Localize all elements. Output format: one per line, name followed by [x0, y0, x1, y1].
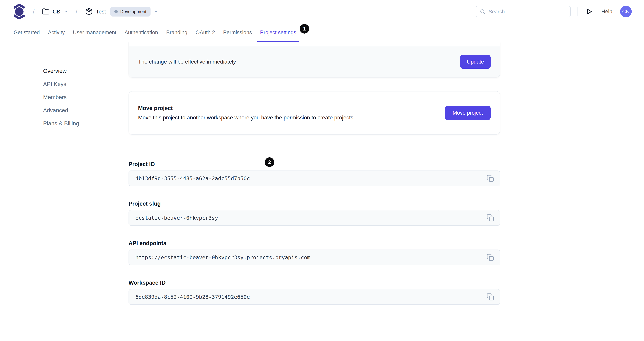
project-slug-section: Project slug ecstatic-beaver-0hkvpcr3sy	[128, 201, 500, 226]
help-button[interactable]: Help	[602, 8, 612, 15]
ory-logo-icon	[13, 4, 25, 19]
tab-branding[interactable]: Branding	[166, 23, 187, 42]
tab-oauth2[interactable]: OAuth 2	[196, 23, 215, 42]
project-id-section: Project ID 4b13df9d-3555-4485-a62a-2adc5…	[128, 161, 500, 186]
workspace-id-field: 6de839da-8c52-4109-9b28-3791492e650e	[128, 289, 500, 305]
workspace-id-section: Workspace ID 6de839da-8c52-4109-9b28-379…	[128, 280, 500, 305]
copy-project-id-button[interactable]	[486, 175, 494, 182]
project-slug-value: ecstatic-beaver-0hkvpcr3sy	[135, 215, 218, 221]
project-id-label: Project ID	[128, 161, 500, 167]
annotation-badge-2: 2	[265, 157, 274, 167]
search-box[interactable]	[476, 6, 571, 17]
chevron-down-icon	[64, 9, 68, 14]
tab-get-started[interactable]: Get started	[14, 23, 40, 42]
breadcrumb: / CB /	[13, 4, 158, 19]
project-slug-field: ecstatic-beaver-0hkvpcr3sy	[128, 210, 500, 226]
home-logo-button[interactable]	[13, 4, 25, 19]
project-tabs: Get started Activity User management Aut…	[0, 23, 644, 42]
copy-icon	[486, 214, 494, 222]
copy-icon	[486, 254, 494, 261]
api-endpoints-label: API endpoints	[128, 240, 500, 246]
project-id-value: 4b13df9d-3555-4485-a62a-2adc55d7b50c	[135, 175, 250, 181]
run-button[interactable]	[585, 8, 592, 15]
play-icon	[585, 8, 592, 15]
copy-workspace-id-button[interactable]	[486, 293, 494, 301]
annotation-badge-1: 1	[300, 24, 309, 33]
api-endpoints-value: https://ecstatic-beaver-0hkvpcr3sy.proje…	[135, 254, 310, 260]
tab-user-management[interactable]: User management	[73, 23, 116, 42]
move-project-button[interactable]: Move project	[445, 106, 490, 120]
sidebar-item-advanced[interactable]: Advanced	[43, 107, 79, 113]
update-card-body	[129, 42, 500, 46]
api-endpoints-section: API endpoints https://ecstatic-beaver-0h…	[128, 240, 500, 265]
folder-icon	[42, 8, 50, 15]
chevron-down-icon	[154, 9, 158, 14]
tab-authentication[interactable]: Authentication	[124, 23, 158, 42]
move-project-text: Move project Move this project to anothe…	[138, 105, 355, 121]
api-endpoints-field: https://ecstatic-beaver-0hkvpcr3sy.proje…	[128, 250, 500, 265]
update-card-footer: The change will be effective immediately…	[129, 46, 500, 77]
tab-activity[interactable]: Activity	[48, 23, 64, 42]
search-input[interactable]	[488, 8, 566, 15]
workspace-switcher[interactable]: CB	[42, 8, 68, 15]
update-card: The change will be effective immediately…	[128, 42, 500, 77]
tab-permissions[interactable]: Permissions	[223, 23, 252, 42]
project-switcher[interactable]: Test Development	[85, 7, 158, 16]
settings-sidebar: Overview API Keys Members Advanced Plans…	[43, 68, 79, 126]
project-name: Test	[96, 8, 106, 15]
copy-icon	[486, 175, 494, 182]
project-identifiers: Project ID 4b13df9d-3555-4485-a62a-2adc5…	[128, 161, 500, 305]
update-button[interactable]: Update	[460, 55, 490, 69]
settings-content: The change will be effective immediately…	[128, 42, 500, 319]
copy-api-endpoints-button[interactable]	[486, 254, 494, 261]
breadcrumb-separator: /	[33, 8, 34, 15]
sidebar-item-members[interactable]: Members	[43, 94, 79, 100]
header-divider	[578, 7, 578, 16]
move-project-card: Move project Move this project to anothe…	[128, 91, 500, 135]
workspace-id-label: Workspace ID	[128, 280, 500, 286]
copy-icon	[486, 293, 494, 301]
copy-project-slug-button[interactable]	[486, 214, 494, 222]
ory-console-app: / CB /	[0, 0, 644, 341]
environment-label: Development	[120, 9, 146, 14]
sidebar-item-api-keys[interactable]: API Keys	[43, 81, 79, 87]
header-actions: Help CN	[476, 6, 632, 17]
move-project-description: Move this project to another workspace w…	[138, 114, 355, 121]
project-id-field: 4b13df9d-3555-4485-a62a-2adc55d7b50c	[128, 170, 500, 186]
avatar[interactable]: CN	[620, 6, 632, 17]
package-icon	[85, 8, 93, 15]
update-message: The change will be effective immediately	[138, 59, 236, 65]
sidebar-item-plans-billing[interactable]: Plans & Billing	[43, 121, 79, 126]
tab-project-settings[interactable]: Project settings	[260, 23, 296, 42]
project-slug-label: Project slug	[128, 201, 500, 207]
status-dot	[114, 10, 118, 13]
workspace-id-value: 6de839da-8c52-4109-9b28-3791492e650e	[135, 294, 250, 300]
search-icon	[480, 9, 486, 14]
move-project-title: Move project	[138, 105, 355, 111]
header: / CB /	[0, 0, 644, 23]
environment-badge: Development	[110, 7, 150, 16]
sidebar-item-overview[interactable]: Overview	[43, 68, 79, 74]
workspace-name: CB	[53, 8, 60, 15]
breadcrumb-separator: /	[76, 8, 78, 15]
